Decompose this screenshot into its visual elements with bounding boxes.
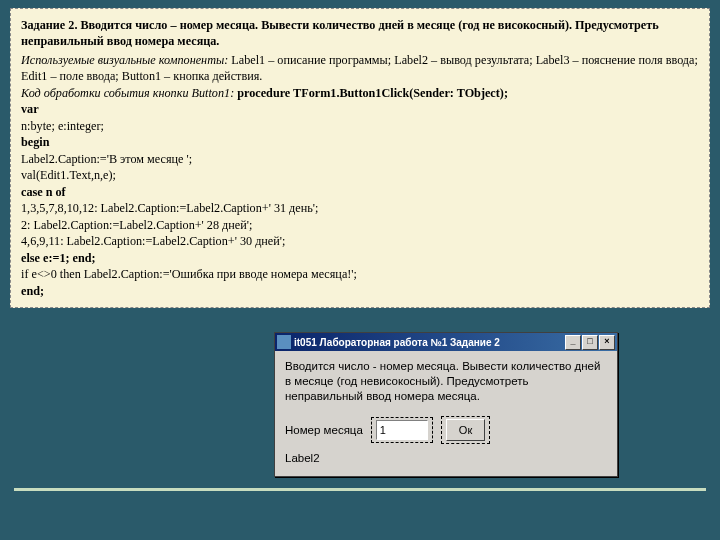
code-l4: Label2.Caption:='В этом месяце '; <box>21 151 699 167</box>
components-line: Используемые визуальные компоненты: Labe… <box>21 52 699 85</box>
code-l8: 2: Label2.Caption:=Label2.Caption+' 28 д… <box>21 217 699 233</box>
edit-wrapper: 1 <box>371 417 433 443</box>
code-l3: begin <box>21 134 699 150</box>
month-input[interactable]: 1 <box>376 420 428 440</box>
components-prefix: Используемые визуальные компоненты: <box>21 53 228 67</box>
task-title: Задание 2. Вводится число – номер месяца… <box>21 17 699 50</box>
code-l12: end; <box>21 283 699 299</box>
app-window: it051 Лабораторная работа №1 Задание 2 _… <box>274 332 618 477</box>
titlebar-buttons: _ □ × <box>565 335 615 350</box>
task-number: Задание 2. <box>21 18 77 32</box>
close-button[interactable]: × <box>599 335 615 350</box>
code-l2: n:byte; e:integer; <box>21 118 699 134</box>
input-row: Номер месяца 1 Ок <box>285 416 607 444</box>
code-l5: val(Edit1.Text,n,e); <box>21 167 699 183</box>
input-label: Номер месяца <box>285 424 363 436</box>
task-text-panel: Задание 2. Вводится число – номер месяца… <box>10 8 710 308</box>
divider-line <box>14 488 706 491</box>
button-wrapper: Ок <box>441 416 490 444</box>
handler-line: Код обработки события кнопки Button1: pr… <box>21 85 699 101</box>
result-label: Label2 <box>285 452 607 464</box>
code-l11: if e<>0 then Label2.Caption:='Ошибка при… <box>21 266 699 282</box>
code-l7: 1,3,5,7,8,10,12: Label2.Caption:=Label2.… <box>21 200 699 216</box>
app-icon <box>277 335 291 349</box>
client-area: Вводится число - номер месяца. Вывести к… <box>275 351 617 476</box>
code-l10: else e:=1; end; <box>21 250 699 266</box>
program-description: Вводится число - номер месяца. Вывести к… <box>285 359 607 404</box>
minimize-button[interactable]: _ <box>565 335 581 350</box>
handler-sig: procedure TForm1.Button1Click(Sender: TO… <box>234 86 508 100</box>
ok-button[interactable]: Ок <box>446 419 485 441</box>
titlebar[interactable]: it051 Лабораторная работа №1 Задание 2 _… <box>275 333 617 351</box>
window-title: it051 Лабораторная работа №1 Задание 2 <box>294 337 565 348</box>
code-l6: case n of <box>21 184 699 200</box>
task-statement: Вводится число – номер месяца. Вывести к… <box>21 18 659 48</box>
maximize-button[interactable]: □ <box>582 335 598 350</box>
code-l1: var <box>21 101 699 117</box>
handler-prefix: Код обработки события кнопки Button1: <box>21 86 234 100</box>
code-l9: 4,6,9,11: Label2.Caption:=Label2.Caption… <box>21 233 699 249</box>
